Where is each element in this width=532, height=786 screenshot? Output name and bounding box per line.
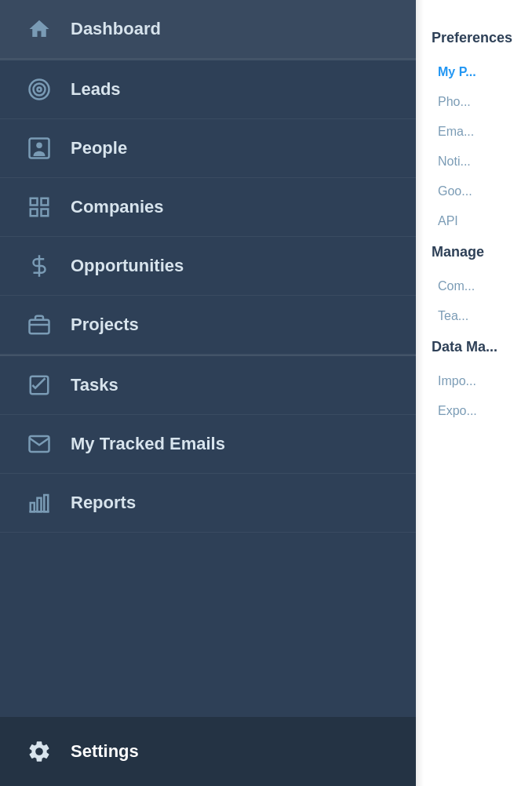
sidebar-item-label: Settings	[71, 741, 139, 762]
svg-point-1	[34, 84, 46, 96]
sidebar-item-label: Dashboard	[71, 19, 161, 39]
right-menu-item-phone[interactable]: Pho...	[432, 87, 516, 117]
sidebar-item-label: Companies	[71, 197, 164, 217]
home-icon	[24, 17, 55, 41]
sidebar-item-label: People	[71, 138, 127, 158]
target-icon	[24, 78, 55, 101]
section-preferences-header: Preferences	[432, 30, 516, 46]
sidebar-item-label: Projects	[71, 315, 139, 335]
right-panel: Preferences My P... Pho... Ema... Noti..…	[416, 0, 532, 786]
sidebar-item-companies[interactable]: Companies	[0, 178, 416, 237]
section-manage-header: Manage	[432, 244, 516, 260]
sidebar-item-dashboard[interactable]: Dashboard	[0, 0, 416, 59]
sidebar-item-label: Tasks	[71, 375, 118, 395]
svg-rect-8	[42, 209, 49, 217]
bar-chart-icon	[24, 491, 55, 515]
svg-rect-14	[31, 503, 35, 511]
briefcase-icon	[24, 313, 55, 337]
right-menu-item-notifications[interactable]: Noti...	[432, 147, 516, 176]
sidebar: Dashboard Leads People	[0, 0, 416, 786]
sidebar-item-tracked-emails[interactable]: My Tracked Emails	[0, 415, 416, 474]
right-menu-item-google[interactable]: Goo...	[432, 176, 516, 206]
sidebar-item-leads[interactable]: Leads	[0, 60, 416, 119]
sidebar-item-people[interactable]: People	[0, 119, 416, 178]
sidebar-item-label: My Tracked Emails	[71, 434, 225, 454]
section-data-header: Data Ma...	[432, 339, 516, 355]
right-menu-item-export[interactable]: Expo...	[432, 396, 516, 426]
sidebar-item-label: Reports	[71, 493, 136, 513]
svg-rect-16	[44, 495, 48, 511]
right-menu-item-team[interactable]: Tea...	[432, 301, 516, 331]
svg-rect-15	[38, 498, 42, 512]
check-icon	[24, 373, 55, 397]
gear-icon	[24, 739, 55, 764]
sidebar-item-projects[interactable]: Projects	[0, 296, 416, 355]
sidebar-item-tasks[interactable]: Tasks	[0, 356, 416, 415]
sidebar-item-reports[interactable]: Reports	[0, 474, 416, 533]
dollar-icon	[24, 254, 55, 278]
svg-rect-5	[31, 198, 38, 206]
svg-rect-7	[31, 209, 38, 217]
svg-point-2	[38, 88, 42, 92]
sidebar-item-opportunities[interactable]: Opportunities	[0, 237, 416, 296]
person-icon	[24, 136, 55, 160]
svg-rect-6	[42, 198, 49, 206]
sidebar-item-label: Leads	[71, 79, 121, 100]
right-menu-item-company[interactable]: Com...	[432, 271, 516, 301]
right-menu-item-my-profile[interactable]: My P...	[432, 57, 516, 87]
right-menu-item-import[interactable]: Impo...	[432, 366, 516, 396]
right-menu-item-api[interactable]: API	[432, 206, 516, 236]
grid-icon	[24, 195, 55, 219]
email-icon	[24, 432, 55, 456]
svg-point-4	[36, 143, 42, 149]
sidebar-item-label: Opportunities	[71, 256, 184, 276]
svg-rect-10	[30, 320, 49, 334]
sidebar-item-settings[interactable]: Settings	[0, 717, 416, 786]
right-menu-item-email[interactable]: Ema...	[432, 117, 516, 147]
